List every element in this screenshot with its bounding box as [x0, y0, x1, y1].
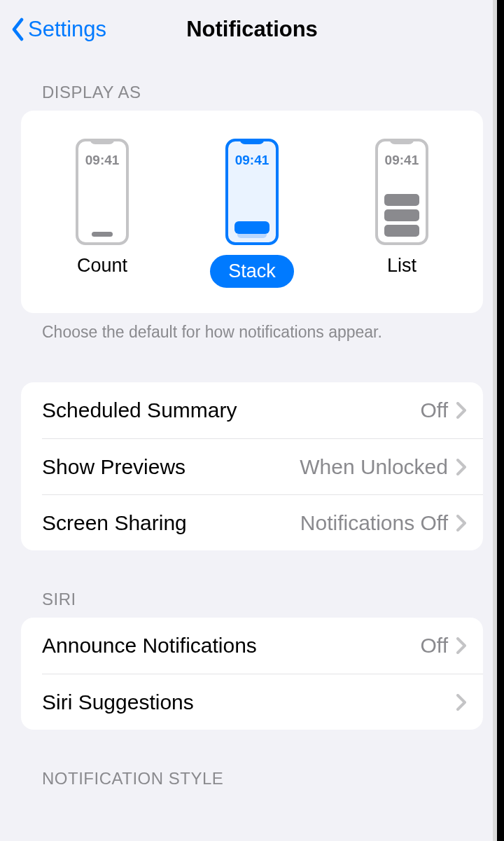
- row-label: Announce Notifications: [42, 634, 257, 658]
- row-trailing: Notifications Off: [300, 511, 466, 535]
- phone-mock-stack: 09:41: [225, 139, 279, 245]
- list-items-icon: [384, 194, 419, 237]
- page-title: Notifications: [186, 17, 318, 42]
- phone-time: 09:41: [228, 153, 276, 168]
- row-value: Off: [421, 398, 448, 422]
- row-siri-suggestions[interactable]: Siri Suggestions: [42, 674, 483, 730]
- row-label: Siri Suggestions: [42, 690, 194, 714]
- phone-notch-icon: [90, 139, 115, 144]
- row-trailing: [448, 694, 466, 711]
- display-option-stack[interactable]: 09:41 Stack: [210, 139, 294, 288]
- notification-style-header: NOTIFICATION STYLE: [0, 730, 504, 797]
- row-announce-notifications[interactable]: Announce Notifications Off: [21, 618, 483, 674]
- row-show-previews[interactable]: Show Previews When Unlocked: [42, 438, 483, 494]
- nav-header: Settings Notifications: [0, 0, 504, 59]
- row-trailing: When Unlocked: [300, 455, 466, 479]
- display-options: 09:41 Count 09:41 Stack 09:41: [21, 111, 483, 313]
- row-scheduled-summary[interactable]: Scheduled Summary Off: [21, 382, 483, 438]
- option-label-stack: Stack: [210, 255, 294, 288]
- list-item-icon: [384, 194, 419, 206]
- siri-card: Announce Notifications Off Siri Suggesti…: [21, 618, 483, 730]
- back-label: Settings: [28, 17, 106, 42]
- row-value: Notifications Off: [300, 511, 448, 535]
- row-label: Scheduled Summary: [42, 398, 237, 422]
- chevron-right-icon: [456, 694, 466, 711]
- display-option-count[interactable]: 09:41 Count: [76, 139, 129, 288]
- phone-mock-list: 09:41: [375, 139, 428, 245]
- row-value: Off: [421, 634, 448, 658]
- list-item-icon: [384, 225, 419, 237]
- display-option-list[interactable]: 09:41 List: [375, 139, 428, 288]
- row-trailing: Off: [421, 634, 466, 658]
- general-settings-card: Scheduled Summary Off Show Previews When…: [21, 382, 483, 550]
- chevron-right-icon: [456, 402, 466, 419]
- phone-notch-icon: [389, 139, 414, 144]
- window-border: [497, 0, 504, 841]
- phone-time: 09:41: [78, 153, 126, 168]
- row-label: Show Previews: [42, 455, 186, 479]
- siri-header: SIRI: [0, 550, 504, 618]
- option-label-count: Count: [77, 255, 127, 277]
- display-as-card: 09:41 Count 09:41 Stack 09:41: [21, 111, 483, 313]
- row-screen-sharing[interactable]: Screen Sharing Notifications Off: [42, 494, 483, 550]
- count-pill-icon: [92, 232, 113, 237]
- option-label-list: List: [387, 255, 416, 277]
- back-button[interactable]: Settings: [11, 17, 106, 42]
- stack-pill-icon: [234, 221, 270, 234]
- list-item-icon: [384, 209, 419, 221]
- phone-mock-count: 09:41: [76, 139, 129, 245]
- chevron-right-icon: [456, 637, 466, 654]
- stack-shadow-icon: [237, 234, 267, 238]
- chevron-right-icon: [456, 459, 466, 475]
- phone-time: 09:41: [378, 153, 426, 168]
- display-footer: Choose the default for how notifications…: [0, 313, 504, 342]
- row-trailing: Off: [421, 398, 466, 422]
- chevron-right-icon: [456, 515, 466, 531]
- row-label: Screen Sharing: [42, 511, 187, 535]
- phone-notch-icon: [239, 139, 265, 144]
- chevron-left-icon: [11, 18, 25, 41]
- display-as-header: DISPLAY AS: [0, 59, 504, 111]
- row-value: When Unlocked: [300, 455, 448, 479]
